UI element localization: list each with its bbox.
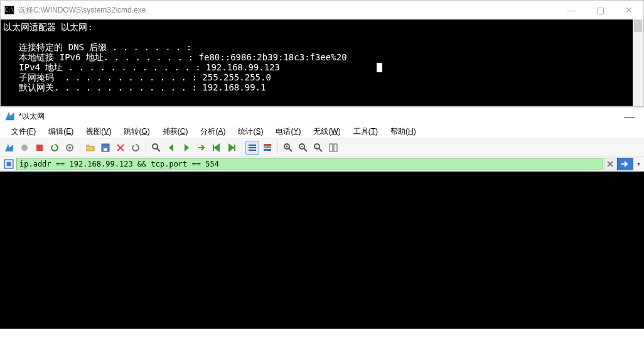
menu-t[interactable]: 工具(T) <box>347 125 384 138</box>
wireshark-fin-icon <box>5 111 15 121</box>
display-filter-input[interactable] <box>16 158 603 170</box>
menu-c[interactable]: 捕获(C) <box>156 125 195 138</box>
zoom-in-icon[interactable] <box>281 141 295 155</box>
auto-scroll-icon[interactable] <box>245 141 259 155</box>
wireshark-title: *以太网 <box>19 111 45 122</box>
go-first-icon[interactable] <box>210 141 223 155</box>
svg-rect-24 <box>330 144 333 151</box>
svg-rect-9 <box>249 147 256 148</box>
svg-point-0 <box>21 145 28 151</box>
menu-e[interactable]: 编辑(E) <box>42 125 80 138</box>
menu-h[interactable]: 帮助(H) <box>384 125 422 138</box>
wireshark-filter-bar: ▾ <box>0 156 644 172</box>
apply-filter-button[interactable] <box>617 158 633 170</box>
svg-line-15 <box>289 148 292 151</box>
svg-rect-11 <box>264 144 271 146</box>
svg-rect-1 <box>36 145 43 151</box>
menu-g[interactable]: 跳转(G) <box>117 125 156 138</box>
wireshark-toolbar: 1 <box>0 139 644 156</box>
cmd-title: 选择C:\WINDOWS\system32\cmd.exe <box>18 5 146 16</box>
wireshark-minimize-button[interactable]: — <box>615 107 644 125</box>
cmd-line-ipv4-value: 192.168.99.123 <box>206 62 280 72</box>
close-button[interactable]: ✕ <box>614 1 643 19</box>
wireshark-titlebar[interactable]: *以太网 — <box>0 107 644 125</box>
minimize-button[interactable]: — <box>557 1 586 19</box>
svg-line-22 <box>319 148 322 151</box>
cmd-output[interactable]: 以太网适配器 以太网: 连接特定的 DNS 后缀 . . . . . . . :… <box>1 19 643 106</box>
zoom-out-icon[interactable] <box>296 141 310 155</box>
cmd-window: C:\ 选择C:\WINDOWS\system32\cmd.exe — ▢ ✕ … <box>0 0 644 107</box>
go-last-icon[interactable] <box>225 141 239 155</box>
menu-v[interactable]: 视图(V) <box>80 125 117 138</box>
wireshark-window: *以太网 — 文件(F)编辑(E)视图(V)跳转(G)捕获(C)分析(A)统计(… <box>0 107 644 329</box>
go-back-icon[interactable] <box>164 141 178 155</box>
start-capture-icon[interactable] <box>18 141 31 155</box>
svg-line-19 <box>304 148 307 151</box>
cmd-line-dns: 连接特定的 DNS 后缀 . . . . . . . : <box>3 42 191 52</box>
toolbar-separator <box>146 141 146 154</box>
bookmark-filter-icon[interactable] <box>3 158 14 170</box>
go-forward-icon[interactable] <box>180 141 193 155</box>
cmd-icon: C:\ <box>4 6 14 14</box>
cmd-scrollbar[interactable] <box>633 19 643 106</box>
wireshark-menubar: 文件(F)编辑(E)视图(V)跳转(G)捕获(C)分析(A)统计(S)电话(Y)… <box>0 125 644 139</box>
svg-rect-12 <box>264 146 271 148</box>
clear-filter-button[interactable] <box>604 158 616 170</box>
cmd-cursor <box>377 63 382 72</box>
cmd-scroll-thumb[interactable] <box>634 19 642 32</box>
svg-rect-27 <box>7 162 11 166</box>
cmd-line-gw-value: 192.168.99.1 <box>202 82 266 92</box>
cmd-line-mask-value: 255.255.255.0 <box>202 72 271 82</box>
svg-point-6 <box>153 144 158 149</box>
svg-point-3 <box>68 146 71 149</box>
fin-icon[interactable] <box>3 141 16 155</box>
stop-capture-icon[interactable] <box>33 141 46 155</box>
svg-line-7 <box>157 148 160 151</box>
reload-icon[interactable] <box>129 141 142 155</box>
menu-s[interactable]: 统计(S) <box>232 125 269 138</box>
maximize-button[interactable]: ▢ <box>586 1 614 19</box>
zoom-reset-icon[interactable]: 1 <box>311 141 325 155</box>
svg-rect-8 <box>249 145 256 146</box>
toolbar-separator <box>80 141 80 154</box>
toolbar-separator <box>242 141 242 154</box>
cmd-line-gw-label: 默认网关. . . . . . . . . . . . . : <box>3 82 202 92</box>
svg-rect-5 <box>104 148 107 151</box>
cmd-line-ipv6-label: 本地链接 IPv6 地址. . . . . . . . : <box>3 52 199 62</box>
save-file-icon[interactable] <box>99 141 112 155</box>
cmd-titlebar[interactable]: C:\ 选择C:\WINDOWS\system32\cmd.exe — ▢ ✕ <box>1 1 643 19</box>
close-file-icon[interactable] <box>114 141 127 155</box>
toolbar-separator <box>277 141 278 154</box>
menu-f[interactable]: 文件(F) <box>5 125 42 138</box>
resize-columns-icon[interactable] <box>326 141 340 155</box>
colorize-icon[interactable] <box>260 141 274 155</box>
restart-capture-icon[interactable] <box>48 141 62 155</box>
svg-rect-13 <box>264 149 271 151</box>
cmd-line-ipv4-label: IPv4 地址 . . . . . . . . . . . . : <box>3 62 206 72</box>
open-file-icon[interactable] <box>83 141 97 155</box>
menu-y[interactable]: 电话(Y) <box>269 125 307 138</box>
svg-rect-25 <box>334 144 337 151</box>
cmd-line-ipv6-value: fe80::6986:2b39:18c3:f3ee%20 <box>199 52 347 62</box>
capture-options-icon[interactable] <box>63 141 77 155</box>
menu-w[interactable]: 无线(W) <box>307 125 346 138</box>
cmd-line-header: 以太网适配器 以太网: <box>3 22 93 32</box>
cmd-line-mask-label: 子网掩码 . . . . . . . . . . . . : <box>3 72 202 82</box>
filter-dropdown-icon[interactable]: ▾ <box>634 158 643 170</box>
svg-rect-10 <box>249 150 256 151</box>
menu-a[interactable]: 分析(A) <box>194 125 232 138</box>
go-to-packet-icon[interactable] <box>195 141 208 155</box>
packet-list-area[interactable] <box>0 172 644 329</box>
find-packet-icon[interactable] <box>149 141 163 155</box>
